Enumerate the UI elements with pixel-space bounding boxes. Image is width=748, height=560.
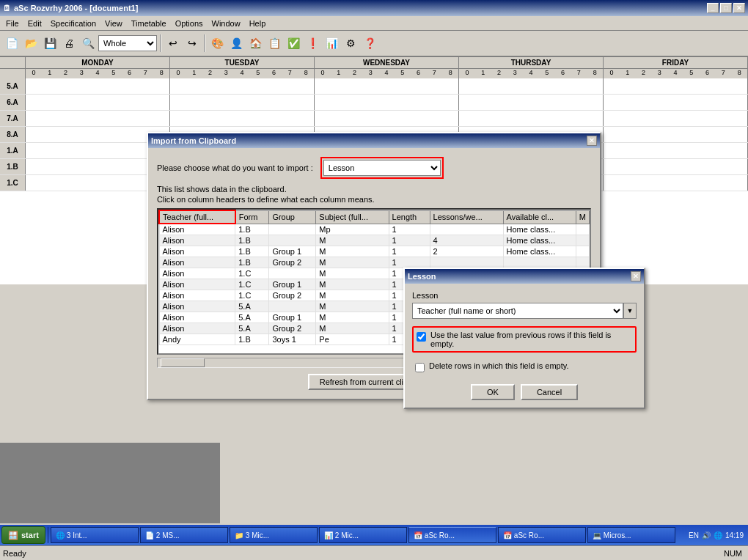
use-last-value-checkbox[interactable]	[417, 332, 426, 342]
monday-6a[interactable]	[26, 95, 170, 110]
close-button[interactable]: ✕	[733, 3, 745, 13]
minimize-button[interactable]: _	[707, 3, 719, 13]
view-dropdown[interactable]: Whole	[98, 35, 157, 51]
p9: 8	[153, 69, 169, 78]
menu-edit[interactable]: Edit	[23, 18, 46, 29]
menu-file[interactable]: File	[1, 18, 23, 29]
lesson-cancel-button[interactable]: Cancel	[521, 384, 578, 400]
dropdown-arrow-button[interactable]: ▼	[623, 303, 637, 319]
p1: 0	[26, 69, 42, 78]
tool3-button[interactable]: 🏠	[246, 34, 264, 52]
wednesday-5a[interactable]	[315, 78, 459, 94]
tool6-button[interactable]: ❗	[304, 34, 321, 52]
scroll-thumb[interactable]	[161, 358, 205, 367]
friday-1a[interactable]	[604, 143, 748, 158]
friday-5a[interactable]	[604, 78, 748, 94]
monday-7a[interactable]	[26, 111, 170, 126]
table-cell: Home class...	[503, 246, 576, 257]
delete-rows-checkbox[interactable]	[415, 363, 425, 372]
friday-1c[interactable]	[604, 175, 748, 191]
menu-timetable[interactable]: Timetable	[127, 18, 171, 29]
lesson-dialog-title: Lesson	[408, 272, 436, 281]
taskbar-icon-5: 📅	[414, 531, 422, 539]
thursday-6a[interactable]	[459, 95, 604, 110]
lesson-dialog-close[interactable]: ✕	[631, 271, 641, 281]
taskbar-item-1[interactable]: 🌐 3 Int...	[51, 527, 139, 543]
menu-bar: File Edit Specification View Timetable O…	[0, 16, 748, 31]
friday-7a[interactable]	[604, 111, 748, 126]
tuesday-6a[interactable]	[170, 95, 315, 110]
import-description: Please choose what do you want to import…	[157, 163, 313, 172]
day-wednesday: WEDNESDAY	[315, 57, 459, 68]
tool4-button[interactable]: 📋	[265, 34, 283, 52]
redo-button[interactable]: ↪	[183, 34, 201, 52]
status-num: NUM	[724, 549, 742, 558]
col-m[interactable]: M	[576, 210, 589, 224]
separator2	[204, 34, 205, 52]
table-cell: 1.B	[235, 246, 269, 257]
col-available[interactable]: Available cl...	[503, 210, 576, 224]
help-button[interactable]: ❓	[361, 34, 378, 52]
lesson-ok-button[interactable]: OK	[471, 384, 515, 400]
menu-window[interactable]: Window	[208, 18, 245, 29]
col-form[interactable]: Form	[235, 210, 269, 224]
tuesday-7a[interactable]	[170, 111, 315, 126]
col-length[interactable]: Length	[389, 210, 430, 224]
menu-specification[interactable]: Specification	[46, 18, 100, 29]
menu-options[interactable]: Options	[171, 18, 208, 29]
undo-button[interactable]: ↩	[164, 34, 182, 52]
thursday-5a[interactable]	[459, 78, 604, 94]
search-button[interactable]: 🔍	[79, 34, 97, 52]
start-button[interactable]: 🪟 start	[1, 526, 45, 544]
open-button[interactable]: 📂	[22, 34, 40, 52]
table-cell: 3oys 1	[269, 334, 316, 345]
friday-8a[interactable]	[604, 127, 748, 142]
table-cell: 1.C	[235, 279, 269, 290]
table-cell: Alison	[159, 235, 235, 246]
wednesday-6a[interactable]	[315, 95, 459, 110]
friday-6a[interactable]	[604, 95, 748, 110]
lesson-dialog-buttons: OK Cancel	[412, 384, 637, 400]
thursday-periods: 012345678	[459, 69, 604, 78]
taskbar-item-5[interactable]: 📅 aSc Ro...	[408, 527, 496, 543]
monday-5a[interactable]	[26, 78, 170, 94]
thursday-7a[interactable]	[459, 111, 604, 126]
table-cell	[269, 301, 316, 312]
import-type-dropdown[interactable]: Lesson	[323, 160, 441, 176]
table-cell: 2	[430, 246, 503, 257]
taskbar-item-2[interactable]: 📄 2 MS...	[140, 527, 228, 543]
save-button[interactable]: 💾	[41, 34, 59, 52]
lesson-label: Lesson	[412, 291, 637, 300]
col-lessons[interactable]: Lessons/we...	[430, 210, 503, 224]
taskbar-item-7[interactable]: 💻 Micros...	[587, 527, 675, 543]
col-subject[interactable]: Subject (full...	[316, 210, 389, 224]
tool2-button[interactable]: 👤	[227, 34, 245, 52]
taskbar-item-4[interactable]: 📊 2 Mic...	[319, 527, 407, 543]
taskbar-item-6[interactable]: 📅 aSc Ro...	[498, 527, 586, 543]
import-dialog-close[interactable]: ✕	[587, 136, 597, 146]
table-cell: 1.B	[235, 224, 269, 235]
tool7-button[interactable]: 📊	[323, 34, 340, 52]
taskbar-icon-7: 💻	[593, 531, 601, 539]
row-label-1c: 1.C	[0, 175, 26, 191]
table-cell: Alison	[159, 246, 235, 257]
menu-help[interactable]: Help	[245, 18, 271, 29]
maximize-button[interactable]: □	[720, 3, 732, 13]
new-button[interactable]: 📄	[3, 34, 21, 52]
menu-view[interactable]: View	[100, 18, 127, 29]
table-cell: Alison	[159, 312, 235, 323]
tuesday-5a[interactable]	[170, 78, 315, 94]
taskbar-item-3[interactable]: 📁 3 Mic...	[230, 527, 318, 543]
print-button[interactable]: 🖨	[60, 34, 78, 52]
lesson-field-dropdown[interactable]: Teacher (full name or short)	[412, 303, 623, 319]
table-cell: 1.B	[235, 257, 269, 268]
friday-periods: 012345678	[604, 69, 748, 78]
col-group[interactable]: Group	[269, 210, 316, 224]
friday-1b[interactable]	[604, 159, 748, 174]
tool8-button[interactable]: ⚙	[342, 34, 359, 52]
col-teacher[interactable]: Teacher (full...	[159, 210, 235, 224]
tool1-button[interactable]: 🎨	[208, 34, 226, 52]
wednesday-7a[interactable]	[315, 111, 459, 126]
table-cell: Group 1	[269, 246, 316, 257]
tool5-button[interactable]: ✅	[285, 34, 302, 52]
